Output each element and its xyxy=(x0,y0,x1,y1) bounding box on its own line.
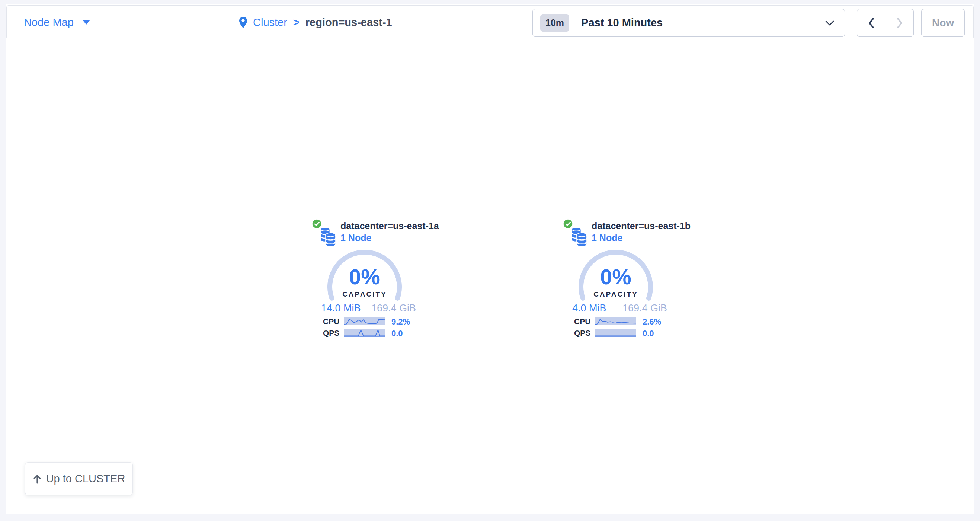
app-panel: Node Map Cluster > region=us-east-1 10m … xyxy=(6,5,974,513)
cpu-value: 2.6% xyxy=(643,317,661,327)
capacity-values-row: 4.0 MiB 169.4 GiB xyxy=(560,303,671,314)
topbar: Node Map Cluster > region=us-east-1 10m … xyxy=(6,5,974,40)
up-to-cluster-button[interactable]: Up to CLUSTER xyxy=(25,462,133,496)
datacenter-card[interactable]: datacenter=us-east-1b 1 Node 0% CAPACITY… xyxy=(560,218,671,341)
cpu-label: CPU xyxy=(323,317,339,326)
node-map-screen: Node Map Cluster > region=us-east-1 10m … xyxy=(0,0,980,521)
datacenter-title: datacenter=us-east-1a xyxy=(340,221,439,231)
qps-sparkline xyxy=(344,329,385,337)
chevron-left-icon xyxy=(868,18,875,29)
cpu-label: CPU xyxy=(574,317,590,326)
capacity-total: 169.4 GiB xyxy=(371,303,416,314)
qps-label: QPS xyxy=(574,328,590,338)
chevron-down-icon xyxy=(825,21,834,26)
view-selector-label: Node Map xyxy=(24,16,74,29)
capacity-gauge: 0% CAPACITY xyxy=(560,249,671,305)
location-pin-icon xyxy=(239,16,248,29)
node-count: 1 Node xyxy=(592,233,622,244)
cpu-sparkline xyxy=(344,317,385,325)
cpu-metric-row: CPU 9.2% xyxy=(309,317,420,325)
qps-value: 0.0 xyxy=(391,328,403,338)
time-window-badge: 10m xyxy=(540,14,569,32)
node-count: 1 Node xyxy=(340,233,371,244)
topbar-divider xyxy=(515,8,516,36)
capacity-total: 169.4 GiB xyxy=(622,303,667,314)
database-stack-icon xyxy=(319,227,338,247)
qps-value: 0.0 xyxy=(643,328,654,338)
time-nav-group xyxy=(857,9,914,37)
now-button[interactable]: Now xyxy=(921,9,965,37)
caret-down-icon xyxy=(83,20,90,25)
database-stack-icon xyxy=(570,227,589,247)
qps-metric-row: QPS 0.0 xyxy=(309,329,420,337)
datacenter-title: datacenter=us-east-1b xyxy=(592,221,690,231)
breadcrumb-current: region=us-east-1 xyxy=(305,16,392,29)
breadcrumb: Cluster > region=us-east-1 xyxy=(239,6,392,39)
up-to-cluster-label: Up to CLUSTER xyxy=(46,473,126,485)
cpu-sparkline xyxy=(595,317,636,325)
prev-time-button[interactable] xyxy=(857,9,886,37)
capacity-percent: 0% xyxy=(309,266,420,288)
time-window-dropdown[interactable]: 10m Past 10 Minutes xyxy=(532,9,845,37)
qps-metric-row: QPS 0.0 xyxy=(560,329,671,337)
time-window-label: Past 10 Minutes xyxy=(581,17,663,29)
capacity-caption: CAPACITY xyxy=(560,290,671,298)
arrow-up-icon xyxy=(33,474,42,484)
healthy-check-icon xyxy=(312,219,322,229)
breadcrumb-separator: > xyxy=(293,16,299,29)
qps-label: QPS xyxy=(323,328,339,338)
healthy-check-icon xyxy=(563,219,573,229)
capacity-used: 14.0 MiB xyxy=(321,303,361,314)
capacity-gauge: 0% CAPACITY xyxy=(309,249,420,305)
cpu-value: 9.2% xyxy=(391,317,410,327)
capacity-values-row: 14.0 MiB 169.4 GiB xyxy=(309,303,420,314)
view-selector-dropdown[interactable]: Node Map xyxy=(24,6,90,39)
capacity-percent: 0% xyxy=(560,266,671,288)
qps-sparkline xyxy=(595,329,636,337)
chevron-right-icon xyxy=(896,18,903,29)
capacity-caption: CAPACITY xyxy=(309,290,420,298)
capacity-used: 4.0 MiB xyxy=(572,303,606,314)
cpu-metric-row: CPU 2.6% xyxy=(560,317,671,325)
datacenter-card[interactable]: datacenter=us-east-1a 1 Node 0% CAPACITY… xyxy=(309,218,420,341)
next-time-button[interactable] xyxy=(885,9,914,37)
breadcrumb-cluster-link[interactable]: Cluster xyxy=(253,16,287,29)
